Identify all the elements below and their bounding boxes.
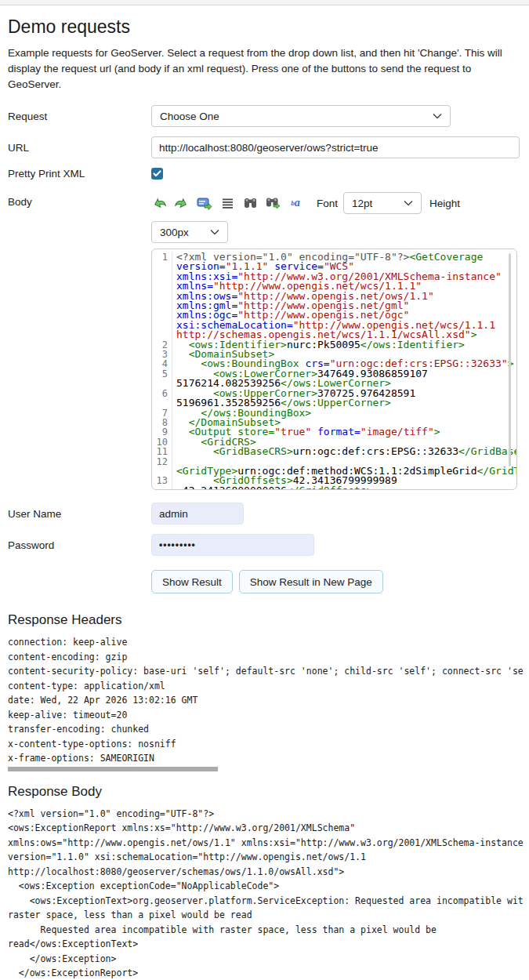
username-input[interactable]: admin — [151, 503, 244, 524]
search-next-icon[interactable] — [265, 196, 281, 210]
redo-icon[interactable] — [174, 196, 190, 210]
headers-horizontal-scrollbar[interactable] — [8, 767, 218, 771]
body-label: Body — [8, 192, 151, 208]
username-label: User Name — [8, 508, 151, 520]
url-input[interactable]: http://localhost:8080/geoserver/ows?stri… — [151, 136, 520, 158]
show-result-new-page-button[interactable]: Show Result in New Page — [239, 570, 383, 593]
actions-row: Show Result Show Result in New Page — [151, 570, 524, 593]
password-label: Password — [8, 539, 151, 551]
auto-format-icon[interactable] — [219, 196, 235, 210]
url-label: URL — [8, 142, 151, 154]
response-body-heading: Response Body — [8, 784, 524, 800]
request-row: Request Choose One — [8, 105, 524, 127]
editor-vertical-scrollbar[interactable] — [509, 253, 511, 466]
response-body-text: <?xml version="1.0" encoding="UTF-8"?> <… — [8, 807, 524, 980]
chevron-down-icon — [210, 229, 219, 235]
page-description: Example requests for GeoServer. Select a… — [8, 45, 517, 93]
url-row: URL http://localhost:8080/geoserver/ows?… — [8, 136, 524, 158]
response-headers-section: Response Headers connection: keep-alive … — [8, 612, 524, 771]
height-select-value: 300px — [160, 227, 189, 238]
username-row: User Name admin — [8, 503, 524, 524]
pretty-print-label: Pretty Print XML — [8, 168, 151, 180]
request-label: Request — [8, 111, 151, 122]
response-body-section: Response Body <?xml version="1.0" encodi… — [8, 784, 524, 980]
top-divider — [0, 0, 529, 5]
request-select[interactable]: Choose One — [151, 105, 451, 127]
chevron-down-icon — [404, 200, 413, 206]
password-value: ••••••••• — [159, 539, 196, 550]
body-row: Body — [8, 192, 524, 490]
search-icon[interactable] — [242, 196, 258, 210]
body-editor-area: ba Font 12pt Height 300px 1<?xml version… — [151, 192, 517, 490]
pretty-print-checkbox[interactable] — [151, 168, 163, 180]
undo-icon[interactable] — [151, 196, 167, 210]
response-headers-heading: Response Headers — [8, 612, 524, 628]
checkmark-icon — [153, 170, 161, 177]
xml-editor-rows: 1<?xml version="1.0" encoding="UTF-8"?><… — [152, 252, 516, 490]
set-request-body-icon[interactable] — [197, 196, 212, 210]
replace-icon[interactable]: ba — [288, 196, 303, 210]
font-label: Font — [317, 198, 338, 209]
pretty-print-row: Pretty Print XML — [8, 168, 524, 180]
chevron-down-icon — [433, 113, 442, 119]
font-select-value: 12pt — [352, 198, 372, 209]
font-select[interactable]: 12pt — [343, 192, 422, 214]
page-title: Demo requests — [8, 16, 524, 38]
height-label: Height — [429, 198, 460, 209]
editor-toolbar: ba Font 12pt Height — [151, 192, 517, 214]
password-input[interactable]: ••••••••• — [151, 534, 314, 556]
response-headers-text: connection: keep-alive content-encoding:… — [8, 635, 524, 766]
url-input-value: http://localhost:8080/geoserver/ows?stri… — [159, 142, 379, 154]
show-result-button[interactable]: Show Result — [151, 570, 233, 593]
xml-body-editor[interactable]: 1<?xml version="1.0" encoding="UTF-8"?><… — [151, 249, 517, 490]
username-value: admin — [159, 508, 188, 520]
demo-requests-page: Demo requests Example requests for GeoSe… — [0, 16, 529, 980]
request-select-value: Choose One — [160, 111, 219, 122]
password-row: Password ••••••••• — [8, 534, 524, 556]
height-select[interactable]: 300px — [151, 221, 228, 243]
